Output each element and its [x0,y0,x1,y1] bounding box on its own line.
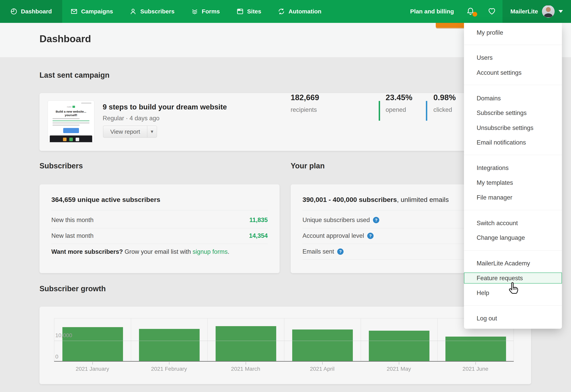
column-separator [208,319,208,362]
nav-item-dashboard[interactable]: Dashboard [0,0,62,23]
plan-range: 390,001 - 400,000 subscribers, unlimited… [302,196,449,204]
ytick-10000: 10,000 [55,332,72,338]
last-campaign-card: mailer Build a new website... yourself! … [40,93,531,151]
heart-icon [487,7,496,16]
top-nav: Dashboard Campaigns Subscribers Forms Si… [0,0,571,23]
person-icon [130,8,137,15]
stat-clicked: 0.98% clicked [433,93,456,113]
menu-item-my-templates[interactable]: My templates [464,175,562,190]
x-tick [475,362,476,364]
xtick-label: 2021 February [131,366,207,372]
chart-baseline [54,361,514,362]
menu-item-unsubscribe-settings[interactable]: Unsubscribe settings [464,121,562,135]
layers-icon [191,8,198,15]
gridline-10000 [54,341,513,341]
xtick-label: 2021 May [361,366,437,372]
campaign-title: 9 steps to build your dream website [103,103,227,111]
menu-item-change-language[interactable]: Change language [464,230,562,245]
view-report-button[interactable]: View report [103,126,147,138]
hand-cursor [508,281,520,296]
column-separator [284,319,284,362]
menu-item-integrations[interactable]: Integrations [464,160,562,175]
subscribers-summary: 364,659 unique active subscribers [51,196,160,204]
menu-item-account-settings[interactable]: Account settings [464,65,562,80]
ytick-0: 0 [55,353,59,360]
nav-item-forms[interactable]: Forms [183,0,228,23]
browser-window-icon [237,8,244,15]
emails-sent-label: Emails sent ? [302,248,344,255]
thumb-heading: Build a new website... yourself! [51,110,91,117]
stat-opened: 23.45% opened [386,93,412,113]
x-tick [322,362,323,364]
nav-label-campaigns: Campaigns [81,8,113,15]
question-icon[interactable]: ? [367,233,374,239]
signup-forms-link[interactable]: signup forms [193,248,227,255]
x-tick [169,362,169,364]
nav-label-forms: Forms [202,8,220,15]
campaign-thumbnail[interactable]: mailer Build a new website... yourself! … [48,100,94,142]
nav-item-sites[interactable]: Sites [228,0,270,23]
menu-item-my-profile[interactable]: My profile [464,25,562,40]
unique-subscribers-used-label: Unique subscribers used ? [302,216,379,224]
nav-item-campaigns[interactable]: Campaigns [62,0,121,23]
xtick-label: 2021 March [207,366,284,372]
new-last-month-value: 14,354 [249,232,268,239]
page-title: Dashboard [40,33,91,44]
menu-item-users[interactable]: Users [464,50,562,65]
bar-2021-june [445,336,506,362]
refresh-arrows-icon [278,8,285,15]
account-menu-trigger[interactable]: MailerLite [502,0,571,23]
grow-list-tip: Want more subscribers? Grow your email l… [51,248,229,255]
dashboard-icon [10,8,17,15]
account-approval-level-label: Account approval level ? [302,232,374,239]
nav-item-plan-and-billing[interactable]: Plan and billing [404,8,460,15]
opened-accent-bar [379,101,380,121]
menu-divider [464,45,562,45]
nav-item-automation[interactable]: Automation [270,0,330,23]
xtick-label: 2021 January [54,366,131,372]
view-report-dropdown-arrow[interactable]: ▼ [147,126,157,138]
notifications-bell-button[interactable] [460,7,481,16]
menu-item-switch-account[interactable]: Switch account [464,216,562,230]
xtick-label: 2021 April [284,366,361,372]
menu-divider [464,85,562,85]
new-this-month-label: New this month [51,216,94,224]
account-name: MailerLite [511,8,538,15]
menu-item-domains[interactable]: Domains [464,91,562,106]
menu-divider [464,155,562,155]
notification-dot [472,12,477,16]
nav-label-automation: Automation [288,8,321,15]
thumb-cta-button [63,128,79,133]
x-tick [246,362,246,364]
avatar [542,5,555,18]
x-tick [92,362,93,364]
subscriber-growth-heading: Subscriber growth [40,284,106,293]
campaign-meta: Regular · 4 days ago [103,115,160,122]
chevron-down-icon [558,10,563,13]
new-this-month-value: 11,835 [249,216,268,224]
menu-item-subscribe-settings[interactable]: Subscribe settings [464,106,562,120]
question-icon[interactable]: ? [337,249,344,255]
stat-recipients: 182,669 recipients [291,93,319,113]
last-sent-campaign-heading: Last sent campaign [40,71,110,80]
new-last-month-label: New last month [51,232,94,239]
envelope-icon [71,8,78,15]
view-report-split-button: View report ▼ [103,126,157,138]
menu-item-file-manager[interactable]: File manager [464,190,562,205]
favorites-heart-button[interactable] [481,7,502,16]
nav-item-subscribers[interactable]: Subscribers [121,0,183,23]
bar-2021-march [216,326,276,362]
menu-item-log-out[interactable]: Log out [464,311,562,326]
thumb-topbar [51,102,91,104]
column-separator [361,319,361,362]
thumb-footer-band [50,136,92,142]
menu-divider [464,210,562,210]
menu-item-email-notifications[interactable]: Email notifications [464,135,562,150]
nav-label-dashboard: Dashboard [21,8,52,15]
bar-2021-april [292,330,353,362]
subscribers-card: 364,659 unique active subscribers New th… [40,184,280,273]
question-icon[interactable]: ? [373,217,379,223]
x-tick [399,362,399,364]
bar-2021-may [369,331,429,362]
menu-item-mailerlite-academy[interactable]: MailerLite Academy [464,256,562,271]
